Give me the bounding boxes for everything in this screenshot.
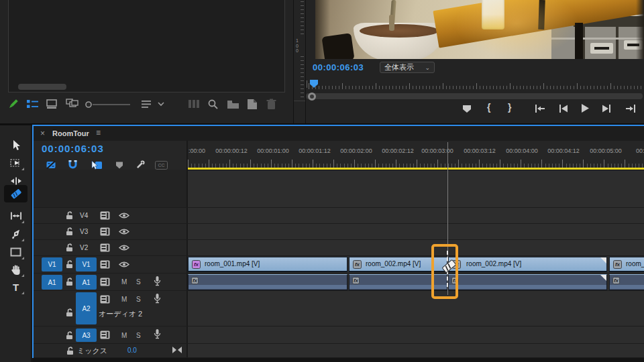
step-forward-button[interactable]: [601, 104, 611, 113]
track-v1-sync-lock-icon[interactable]: [100, 260, 110, 269]
track-v2-eye-icon[interactable]: [119, 244, 129, 251]
track-a3-mute-button[interactable]: M: [121, 332, 127, 339]
track-v3-sync-lock-icon[interactable]: [100, 227, 110, 236]
audio-clip-room-002-b[interactable]: fx: [448, 274, 607, 290]
track-a3-lock-icon[interactable]: [66, 331, 74, 340]
audio-clip-room-next[interactable]: fx: [609, 274, 644, 290]
track-v3-eye-icon[interactable]: [119, 228, 129, 235]
source-patch-a1[interactable]: A1: [42, 275, 62, 290]
mix-track-lock-icon[interactable]: [66, 347, 74, 355]
razor-tool-button[interactable]: [4, 185, 28, 202]
track-a1-sync-lock-icon[interactable]: [100, 278, 110, 286]
track-a2-target-button[interactable]: A2: [76, 292, 97, 324]
step-back-button[interactable]: [559, 104, 569, 113]
mark-in-button[interactable]: {: [487, 102, 490, 113]
video-clip-room-002-b[interactable]: fx room_002.mp4 [V]: [448, 257, 607, 272]
new-item-button[interactable]: [247, 99, 258, 110]
search-icon[interactable]: [207, 99, 219, 110]
timeline-add-marker-icon[interactable]: [115, 161, 124, 170]
track-v2-label[interactable]: V2: [80, 244, 88, 251]
pen-tool-button[interactable]: [4, 226, 28, 242]
video-clip-room-next[interactable]: fx room_: [609, 257, 644, 272]
track-v4-sync-lock-icon[interactable]: [100, 211, 110, 220]
snap-magnet-icon[interactable]: [68, 160, 78, 170]
add-marker-button[interactable]: [462, 104, 472, 114]
slip-tool-button[interactable]: [4, 208, 28, 224]
close-tab-icon[interactable]: ×: [40, 129, 45, 138]
filmstrip-icon[interactable]: [188, 99, 201, 109]
render-bar-yellow: [188, 168, 644, 170]
timeline-timecode[interactable]: 00:00:06:03: [42, 143, 104, 154]
list-view-button[interactable]: [27, 99, 38, 109]
scene-warm-glow: [449, 0, 584, 59]
delete-trash-icon[interactable]: [266, 99, 276, 110]
rectangle-tool-button[interactable]: [4, 244, 28, 260]
play-button[interactable]: [580, 103, 590, 113]
sort-order-button[interactable]: [142, 100, 152, 109]
track-a3-mic-icon[interactable]: [153, 328, 162, 340]
scene-branch-base: [389, 15, 394, 31]
track-v2-lock-icon[interactable]: [66, 243, 74, 252]
track-a2-mute-button[interactable]: M: [121, 296, 127, 303]
program-monitor-video[interactable]: [315, 0, 644, 59]
ruler-label: 00:00:02:00: [340, 147, 372, 154]
track-a3-target-button[interactable]: A3: [76, 328, 97, 342]
freeform-view-button[interactable]: [66, 99, 78, 109]
track-v1-target-button[interactable]: V1: [76, 257, 97, 272]
mark-out-button[interactable]: }: [508, 102, 511, 113]
sequence-tab-roomtour[interactable]: RoomTour: [52, 129, 89, 137]
go-to-in-button[interactable]: [534, 104, 546, 113]
track-v1-lock-icon[interactable]: [66, 260, 74, 269]
clip-label: room_001.mp4 [V]: [205, 260, 345, 267]
panel-menu-icon[interactable]: ≡: [96, 128, 101, 137]
track-v2-sync-lock-icon[interactable]: [100, 243, 110, 252]
hand-tool-button[interactable]: [4, 261, 28, 278]
chevron-down-icon[interactable]: [157, 101, 165, 107]
fit-zoom-value: 全体表示: [384, 62, 414, 72]
track-v3-lock-icon[interactable]: [66, 227, 74, 236]
ruler-label: 00:00:03:12: [464, 147, 496, 154]
project-panel: [0, 0, 293, 125]
track-a3-sync-lock-icon[interactable]: [100, 330, 110, 339]
type-tool-button[interactable]: T: [4, 279, 28, 295]
fx-badge-icon: fx: [353, 260, 362, 269]
track-a3-solo-button[interactable]: S: [136, 332, 141, 339]
track-a1-lock-icon[interactable]: [66, 278, 74, 286]
audio-clip-room-001[interactable]: fx: [188, 274, 347, 290]
fit-zoom-dropdown[interactable]: 全体表示 ⌄: [380, 62, 435, 73]
track-select-forward-tool-button[interactable]: [4, 155, 28, 171]
new-bin-button[interactable]: [227, 100, 239, 109]
video-clip-room-001[interactable]: fx room_001.mp4 [V]: [188, 257, 347, 272]
track-a1-mic-icon[interactable]: [153, 276, 162, 287]
captions-display-icon[interactable]: CC: [155, 161, 168, 170]
track-v1-eye-icon[interactable]: [119, 261, 129, 268]
monitor-zoom-handle[interactable]: [308, 93, 316, 101]
timeline-settings-wrench-icon[interactable]: [135, 159, 146, 170]
fx-badge-icon: fx: [192, 260, 201, 269]
mix-volume-value[interactable]: 0.0: [127, 347, 137, 354]
bowtie-keyframe-icon[interactable]: [172, 347, 182, 353]
track-v3-label[interactable]: V3: [80, 228, 88, 235]
linked-selection-icon[interactable]: [91, 160, 103, 170]
track-a1-solo-button[interactable]: S: [136, 278, 141, 286]
horizontal-scrollbar[interactable]: [18, 84, 66, 90]
project-bin-list-area[interactable]: [8, 0, 285, 93]
track-a1-mute-button[interactable]: M: [121, 278, 127, 286]
ruler-label: 00:: [636, 147, 644, 154]
track-a2-solo-button[interactable]: S: [136, 296, 141, 303]
nest-insert-icon[interactable]: [46, 160, 57, 170]
monitor-zoom-scrollbar[interactable]: [306, 93, 643, 99]
track-a2-sync-lock-icon[interactable]: [100, 295, 110, 304]
track-a2-lock-icon[interactable]: [66, 308, 74, 317]
track-a2-mic-icon[interactable]: [153, 293, 162, 304]
source-patch-v1[interactable]: V1: [42, 257, 62, 272]
track-v4-label[interactable]: V4: [80, 212, 88, 219]
track-a1-target-button[interactable]: A1: [76, 275, 97, 290]
icon-view-button[interactable]: [46, 99, 58, 109]
thumbnail-zoom-slider[interactable]: [85, 101, 133, 109]
go-to-out-button[interactable]: [625, 104, 637, 113]
track-a2-name[interactable]: オーディオ 2: [99, 309, 142, 319]
track-v4-lock-icon[interactable]: [66, 211, 74, 220]
track-v4-eye-icon[interactable]: [119, 212, 129, 219]
selection-tool-button[interactable]: [4, 137, 28, 153]
